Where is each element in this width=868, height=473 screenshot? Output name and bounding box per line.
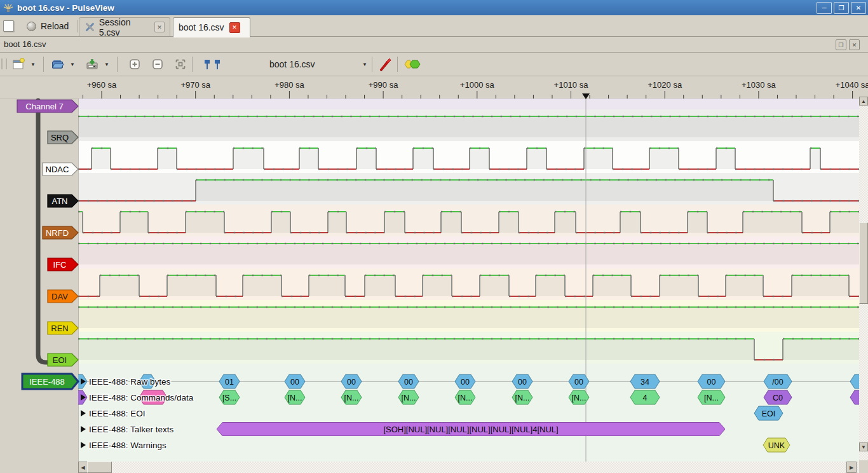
toolbar-handle[interactable] <box>1 58 7 69</box>
zoom-fit-button[interactable] <box>172 56 189 72</box>
annotation-text: 00 <box>518 378 527 387</box>
high-fill <box>309 275 345 296</box>
high-fill <box>78 339 754 360</box>
ruler-label: +990 sa <box>369 80 398 90</box>
trigger-markers-button[interactable] <box>200 56 225 72</box>
high-fill <box>555 212 576 233</box>
channel-tag-atn[interactable]: ATN <box>48 195 78 207</box>
trace-view[interactable]: +960 sa+970 sa+980 sa+990 sa+1000 sa+101… <box>0 76 868 473</box>
channel-tag-srq[interactable]: SRQ <box>48 131 78 144</box>
open-dropdown[interactable]: ▼ <box>67 56 78 72</box>
channel-tag-channel-7[interactable]: Channel 7 <box>17 100 78 113</box>
high-fill <box>167 275 216 296</box>
session-tab-bar: Reload Session 5.csv ✕ boot 16.csv ✕ <box>0 15 868 37</box>
high-fill <box>499 212 519 233</box>
run-probe-icon <box>377 56 393 72</box>
tab-boot-16[interactable]: boot 16.csv ✕ <box>173 17 250 38</box>
annotation-text: 4 <box>643 394 648 402</box>
zoom-out-icon <box>151 58 164 71</box>
open-file-button[interactable] <box>48 56 67 72</box>
high-fill <box>78 243 859 264</box>
minimize-button[interactable]: ─ <box>817 2 832 14</box>
v-scroll-thumb[interactable] <box>859 223 868 304</box>
high-fill <box>441 212 461 233</box>
high-fill <box>470 148 489 169</box>
ruler-labels: +960 sa+970 sa+980 sa+990 sa+1000 sa+101… <box>87 80 868 90</box>
ruler-label: +1000 sa <box>460 80 495 90</box>
high-fill <box>726 275 763 296</box>
high-fill <box>78 307 859 328</box>
high-fill <box>810 148 820 169</box>
toolbar-separator <box>372 57 372 72</box>
tab-label: Session 5.csv <box>99 17 149 38</box>
new-session-button[interactable] <box>9 56 28 72</box>
dock-title: boot 16.csv <box>4 39 46 49</box>
close-view-icon[interactable]: ✕ <box>849 39 860 50</box>
channel-tag-dav[interactable]: DAV <box>48 290 78 303</box>
time-ruler[interactable] <box>0 76 868 99</box>
title-bar[interactable]: boot 16.csv - PulseView ─ ❐ ✕ <box>0 0 868 15</box>
annotation-text: /00 <box>772 378 783 387</box>
high-fill <box>536 275 565 296</box>
h-scroll-track[interactable] <box>78 462 859 473</box>
new-view-icon[interactable] <box>3 20 14 32</box>
decoder-row-label[interactable]: IEEE-488: Warnings <box>81 441 166 450</box>
high-fill <box>233 148 264 169</box>
zoom-in-button[interactable] <box>126 56 144 72</box>
run-probe-button[interactable] <box>376 56 395 72</box>
high-fill <box>593 275 631 296</box>
tab-separator <box>78 20 78 32</box>
channel-tag-nrfd[interactable]: NRFD <box>43 226 78 239</box>
ruler-label: +970 sa <box>180 80 210 90</box>
maximize-button[interactable]: ❐ <box>834 2 849 14</box>
annotation-text: [N... <box>704 394 719 402</box>
add-decoder-button[interactable] <box>401 56 423 72</box>
high-fill <box>792 275 849 296</box>
channel-tag-ieee-488[interactable]: IEEE-488 <box>22 374 78 389</box>
scroll-right-icon[interactable]: ▶ <box>846 462 857 473</box>
h-scroll-thumb[interactable] <box>87 462 112 473</box>
tab-label: boot 16.csv <box>179 22 224 32</box>
annotation-text: [N... <box>572 394 587 402</box>
high-fill <box>243 275 281 296</box>
channel-tag-ndac[interactable]: NDAC <box>43 163 78 175</box>
channel-tag-eoi[interactable]: EOI <box>48 353 78 366</box>
annotation-text: C0 <box>773 394 783 402</box>
zoom-out-button[interactable] <box>149 56 166 72</box>
decoder-row-label[interactable]: IEEE-488: Raw bytes <box>81 377 171 387</box>
decoder-row-label[interactable]: IEEE-488: EOI <box>81 409 146 418</box>
annotation-text: [N... <box>288 394 302 402</box>
trigger-markers-icon <box>202 57 222 71</box>
row-label-text: IEEE-488: Raw bytes <box>89 377 171 387</box>
tab-close-icon[interactable]: ✕ <box>229 22 240 33</box>
save-dropdown[interactable]: ▼ <box>102 56 112 72</box>
device-selector[interactable]: boot 16.csv ▼ <box>262 56 370 72</box>
channel-tag-ren[interactable]: REN <box>48 322 78 334</box>
scroll-left-icon[interactable]: ◀ <box>78 462 88 473</box>
scroll-up-icon[interactable]: ▲ <box>859 97 868 106</box>
float-view-icon[interactable]: ❐ <box>836 39 846 50</box>
annotation-text: 00 <box>404 378 413 387</box>
new-session-dropdown[interactable]: ▼ <box>28 56 38 72</box>
channel-tag-ifc[interactable]: IFC <box>48 258 78 271</box>
vertical-scrollbar[interactable]: ▲ ▼ <box>859 97 868 460</box>
channel-tag-text: REN <box>51 324 68 333</box>
high-fill <box>660 275 698 296</box>
channel-tag-text: DAV <box>51 292 68 301</box>
waveform-eoi <box>78 339 859 360</box>
high-fill <box>158 148 177 169</box>
device-selector-value: boot 16.csv <box>269 59 315 69</box>
close-button[interactable]: ✕ <box>851 2 866 14</box>
row-label-text: IEEE-488: Talker texts <box>89 425 174 434</box>
tab-close-icon[interactable]: ✕ <box>154 22 165 32</box>
waveform-srq <box>78 116 859 137</box>
tab-session-5[interactable]: Session 5.csv ✕ <box>79 17 170 36</box>
high-fill <box>120 212 148 233</box>
save-button[interactable] <box>83 56 102 72</box>
scroll-down-icon[interactable]: ▼ <box>859 442 868 451</box>
decoder-row-label[interactable]: IEEE-488: Commands/data <box>81 393 194 402</box>
decoder-row-label[interactable]: IEEE-488: Talker texts <box>81 425 174 434</box>
horizontal-scrollbar[interactable]: ◀ ▶ <box>78 462 859 473</box>
row-label-text: IEEE-488: Warnings <box>89 441 166 450</box>
reload-button[interactable]: Reload <box>23 19 72 33</box>
